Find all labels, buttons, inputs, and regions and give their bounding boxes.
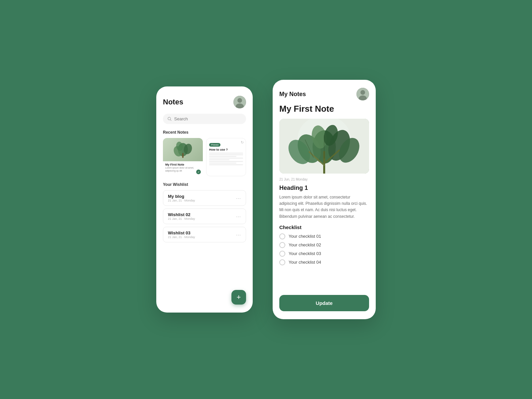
checklist-circle-3[interactable] [279, 259, 285, 265]
checklist-label-3: Your checklist 04 [289, 260, 321, 265]
nc-line-6 [209, 161, 243, 162]
wishlist-item-0-title: My blog [168, 194, 195, 199]
wishlist-item-0[interactable]: My blog 21 Jan, 21 · Monday ··· [163, 190, 246, 206]
checklist-circle-2[interactable] [279, 251, 285, 257]
checklist-title: Checklist [279, 224, 369, 230]
search-bar[interactable] [163, 114, 246, 124]
second-note-title: How to use ? [209, 148, 243, 151]
note-content-area: My First Note [273, 104, 376, 291]
nc-line-7 [209, 163, 236, 164]
note-badge: Pinned [209, 143, 220, 147]
note-body-text: Lorem ipsum dolor sit amet, consectetur … [279, 194, 369, 220]
checklist-label-1: Your checklist 02 [289, 242, 321, 247]
right-phone: My Notes My First Note [273, 80, 376, 319]
note-main-title: My First Note [279, 104, 369, 114]
svg-point-11 [360, 90, 365, 95]
wishlist-item-1-title: Wishlist 02 [168, 212, 195, 217]
wishlist-section: Your Wishlist My blog 21 Jan, 21 · Monda… [163, 182, 246, 242]
nc-line-8 [209, 164, 243, 165]
nc-line-1 [209, 153, 243, 154]
update-button[interactable]: Update [279, 295, 369, 311]
wishlist-item-1-menu[interactable]: ··· [236, 214, 241, 219]
screens-container: Notes Recent Notes [156, 80, 376, 319]
nc-line-5 [209, 159, 229, 160]
plant-bg-small [163, 138, 203, 161]
wishlist-item-0-info: My blog 21 Jan, 21 · Monday [168, 194, 195, 202]
checklist-item-0[interactable]: Your checklist 01 [279, 233, 369, 239]
wishlist-item-1-info: Wishlist 02 21 Jan, 21 · Monday [168, 212, 195, 220]
recent-notes-label: Recent Notes [163, 130, 246, 135]
note-card-second[interactable]: ↻ Pinned How to use ? [206, 138, 246, 176]
recent-notes-row: My First Note Lorem ipsum dolor sit amet… [163, 138, 246, 176]
checklist-items: Your checklist 01 Your checklist 02 Your… [279, 233, 369, 265]
right-phone-title: My Notes [279, 91, 306, 98]
first-note-footer: My First Note Lorem ipsum dolor sit amet… [163, 161, 203, 176]
checklist-circle-0[interactable] [279, 233, 285, 239]
wishlist-item-2-info: Wishlist 03 21 Jan, 21 · Monday [168, 230, 195, 239]
checklist-label-0: Your checklist 01 [289, 234, 321, 239]
wishlist-item-2-menu[interactable]: ··· [236, 232, 241, 237]
avatar-right [356, 88, 369, 100]
right-phone-header: My Notes [273, 80, 376, 104]
avatar-left [233, 96, 246, 108]
note-heading: Heading 1 [279, 185, 369, 192]
checklist-item-2[interactable]: Your checklist 03 [279, 251, 369, 257]
note-plant-image [279, 119, 369, 174]
left-phone-header: Notes [163, 96, 246, 108]
checklist-item-3[interactable]: Your checklist 04 [279, 259, 369, 265]
left-phone-title: Notes [163, 98, 183, 106]
fab-button[interactable]: + [231, 290, 246, 305]
checklist-circle-1[interactable] [279, 242, 285, 248]
nc-line-2 [209, 154, 243, 155]
wishlist-item-1[interactable]: Wishlist 02 21 Jan, 21 · Monday ··· [163, 208, 246, 224]
wishlist-item-2-date: 21 Jan, 21 · Monday [168, 235, 195, 239]
search-input[interactable] [174, 116, 241, 121]
check-icon: ✓ [196, 170, 201, 174]
nc-line-4 [209, 158, 243, 159]
refresh-icon: ↻ [241, 140, 244, 145]
search-icon [168, 117, 172, 121]
note-date-row: 21 Jun, 21 Monday [279, 178, 369, 181]
wishlist-item-2[interactable]: Wishlist 03 21 Jan, 21 · Monday ··· [163, 227, 246, 242]
checklist-label-2: Your checklist 03 [289, 251, 321, 256]
nc-lines [209, 153, 243, 165]
first-note-title: My First Note [165, 163, 200, 166]
wishlist-item-1-date: 21 Jan, 21 · Monday [168, 217, 195, 220]
svg-rect-9 [182, 153, 184, 158]
note-card-first[interactable]: My First Note Lorem ipsum dolor sit amet… [163, 138, 203, 176]
wishlist-label: Your Wishlist [163, 182, 246, 187]
wishlist-item-0-date: 21 Jan, 21 · Monday [168, 199, 195, 202]
nc-line-3 [209, 156, 236, 157]
checklist-item-1[interactable]: Your checklist 02 [279, 242, 369, 248]
svg-line-4 [170, 120, 171, 121]
wishlist-item-0-menu[interactable]: ··· [236, 196, 241, 201]
first-note-sub: Lorem ipsum dolor sit amet, adipiscing q… [165, 166, 200, 172]
wishlist-item-2-title: Wishlist 03 [168, 230, 195, 235]
left-phone: Notes Recent Notes [156, 86, 253, 313]
svg-point-1 [237, 98, 242, 103]
